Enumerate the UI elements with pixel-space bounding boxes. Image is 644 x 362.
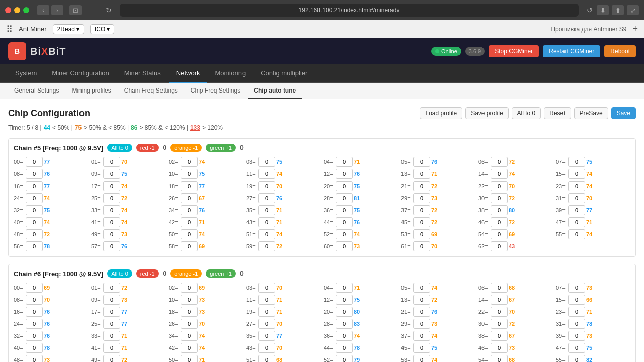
chip-input[interactable] (336, 205, 353, 215)
chip-input[interactable] (181, 169, 198, 179)
chip-input[interactable] (181, 331, 198, 341)
chip-input[interactable] (413, 181, 430, 191)
chip-input[interactable] (413, 217, 430, 227)
chip-input[interactable] (568, 331, 585, 341)
chip-input[interactable] (181, 229, 198, 239)
chip-input[interactable] (258, 229, 275, 239)
nav-tab-miner-status[interactable]: Miner Status (117, 64, 168, 83)
chip-input[interactable] (336, 229, 353, 239)
chip-input[interactable] (413, 169, 430, 179)
chip-input[interactable] (181, 319, 198, 329)
fullscreen-icon[interactable]: ⤢ (627, 5, 639, 15)
chip-input[interactable] (491, 295, 508, 305)
chip-input[interactable] (491, 331, 508, 341)
chip-input[interactable] (491, 169, 508, 179)
chip-input[interactable] (568, 229, 585, 239)
chip-input[interactable] (336, 169, 353, 179)
chip-input[interactable] (568, 157, 585, 167)
chip-input[interactable] (181, 193, 198, 203)
sub-tab-chip-freq[interactable]: Chip Freq Settings (185, 83, 247, 99)
sidebar-toggle-button[interactable]: ⊡ (69, 5, 82, 15)
chip-input[interactable] (258, 205, 275, 215)
chain5-green-button[interactable]: green +1 (206, 144, 236, 152)
chip-input[interactable] (568, 217, 585, 227)
sub-tab-chip-auto-tune[interactable]: Chip auto tune (248, 83, 302, 99)
chip-input[interactable] (336, 157, 353, 167)
sub-tab-chain-freq[interactable]: Chain Freq Settings (118, 83, 184, 99)
chip-input[interactable] (413, 229, 430, 239)
chip-input[interactable] (491, 343, 508, 353)
chip-input[interactable] (181, 283, 198, 293)
chip-input[interactable] (181, 307, 198, 317)
nav-tab-system[interactable]: System (8, 64, 44, 83)
chip-input[interactable] (181, 157, 198, 167)
chip-input[interactable] (568, 283, 585, 293)
chip-input[interactable] (336, 307, 353, 317)
chip-input[interactable] (26, 331, 43, 341)
chip-input[interactable] (413, 193, 430, 203)
chip-input[interactable] (413, 283, 430, 293)
chip-input[interactable] (491, 241, 508, 251)
chip-input[interactable] (258, 217, 275, 227)
chip-input[interactable] (336, 295, 353, 305)
nav-tab-miner-config[interactable]: Miner Configuration (45, 64, 116, 83)
chip-input[interactable] (491, 283, 508, 293)
restart-cgminer-button[interactable]: Restart CGMiner (543, 45, 600, 57)
save-button[interactable]: Save (611, 107, 636, 119)
chip-input[interactable] (413, 331, 430, 341)
chip-input[interactable] (258, 283, 275, 293)
chip-input[interactable] (103, 331, 120, 341)
chip-input[interactable] (26, 283, 43, 293)
download-icon[interactable]: ⬇ (597, 5, 609, 15)
page-refresh-button[interactable]: ↻ (106, 6, 112, 14)
chip-input[interactable] (568, 181, 585, 191)
chip-input[interactable] (103, 229, 120, 239)
chip-input[interactable] (568, 307, 585, 317)
chip-input[interactable] (26, 319, 43, 329)
chip-input[interactable] (103, 283, 120, 293)
chip-input[interactable] (103, 355, 120, 362)
chip-input[interactable] (336, 193, 353, 203)
chip-input[interactable] (491, 217, 508, 227)
nav-tab-monitoring[interactable]: Monitoring (208, 64, 253, 83)
chip-input[interactable] (258, 307, 275, 317)
chip-input[interactable] (181, 205, 198, 215)
chip-input[interactable] (336, 181, 353, 191)
reboot-button[interactable]: Reboot (604, 45, 636, 57)
chip-input[interactable] (181, 241, 198, 251)
chip-input[interactable] (103, 157, 120, 167)
chip-input[interactable] (258, 343, 275, 353)
chip-input[interactable] (258, 295, 275, 305)
chip-input[interactable] (258, 181, 275, 191)
chip-input[interactable] (181, 217, 198, 227)
chain6-green-button[interactable]: green +1 (206, 269, 236, 278)
chip-input[interactable] (26, 181, 43, 191)
share-icon[interactable]: ⬆ (612, 5, 624, 15)
chip-input[interactable] (181, 181, 198, 191)
chip-input[interactable] (26, 229, 43, 239)
chain5-orange-button[interactable]: orange -1 (170, 144, 202, 152)
chip-input[interactable] (336, 343, 353, 353)
chip-input[interactable] (26, 157, 43, 167)
chain6-red-button[interactable]: red -1 (136, 269, 159, 278)
chip-input[interactable] (26, 343, 43, 353)
forward-button[interactable]: › (51, 5, 63, 15)
add-tab-button[interactable]: + (632, 24, 638, 34)
chip-input[interactable] (103, 169, 120, 179)
chip-input[interactable] (336, 283, 353, 293)
chip-input[interactable] (491, 229, 508, 239)
nav-tab-config-multiplier[interactable]: Config multiplier (254, 64, 314, 83)
chip-input[interactable] (103, 343, 120, 353)
chip-input[interactable] (413, 319, 430, 329)
url-bar[interactable]: 192.168.100.21/index.html#/mineradv (120, 4, 579, 17)
chip-input[interactable] (491, 307, 508, 317)
chip-input[interactable] (568, 295, 585, 305)
chip-input[interactable] (568, 355, 585, 362)
chip-input[interactable] (103, 181, 120, 191)
presave-button[interactable]: PreSave (574, 107, 608, 119)
chip-input[interactable] (336, 355, 353, 362)
chip-input[interactable] (336, 319, 353, 329)
chip-input[interactable] (568, 319, 585, 329)
chip-input[interactable] (26, 193, 43, 203)
chip-input[interactable] (491, 205, 508, 215)
